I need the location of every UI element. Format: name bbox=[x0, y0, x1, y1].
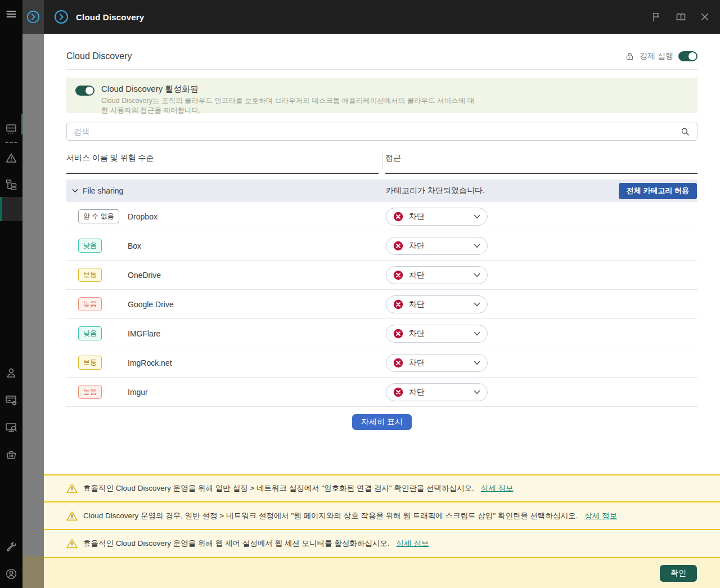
details-link[interactable]: 상세 정보 bbox=[397, 538, 429, 549]
enforce-control: 강제 실행 bbox=[625, 51, 698, 61]
allow-all-category-button[interactable]: 전체 카테고리 허용 bbox=[619, 183, 697, 199]
chevron-down-icon[interactable] bbox=[72, 188, 78, 193]
access-dropdown[interactable]: 차단 bbox=[386, 237, 488, 255]
chevron-down-icon bbox=[474, 273, 480, 277]
search-input[interactable] bbox=[74, 127, 680, 136]
app-sidebar bbox=[0, 0, 22, 588]
details-link[interactable]: 상세 정보 bbox=[481, 483, 514, 493]
access-dropdown[interactable]: 차단 bbox=[386, 354, 488, 372]
warning-banner: 효율적인 Cloud Discovery 운영을 위해 일반 설정 > 네트워크… bbox=[44, 474, 720, 501]
table-row: 낮음 Box 차단 bbox=[66, 231, 698, 261]
column-service-risk: 서비스 이름 및 위험 수준 bbox=[66, 153, 379, 174]
column-divider bbox=[382, 153, 382, 169]
sidebar-item-marketplace[interactable] bbox=[0, 448, 22, 461]
show-more-button[interactable]: 자세히 표시 bbox=[352, 414, 412, 430]
enabled-banner-title: Cloud Discovery 활성화됨 bbox=[101, 84, 477, 95]
details-link[interactable]: 상세 정보 bbox=[584, 511, 617, 521]
chevron-down-icon bbox=[474, 214, 480, 219]
warning-triangle-icon bbox=[66, 511, 78, 521]
access-dropdown[interactable]: 차단 bbox=[386, 266, 488, 284]
sidebar-separator bbox=[5, 142, 17, 143]
category-status: 카테고리가 차단되었습니다. bbox=[386, 186, 619, 196]
risk-badge: 알 수 없음 bbox=[78, 209, 119, 223]
confirm-button[interactable]: 확인 bbox=[660, 565, 697, 582]
block-icon bbox=[393, 358, 403, 368]
warning-triangle-icon bbox=[66, 538, 78, 549]
risk-badge: 보통 bbox=[78, 356, 102, 370]
enabled-banner-description: Cloud Discovery는 조직의 클라우드 인프라를 보호하며 브라우저… bbox=[101, 96, 477, 115]
access-dropdown[interactable]: 차단 bbox=[386, 295, 488, 313]
search-box bbox=[66, 123, 698, 141]
hamburger-menu-icon[interactable] bbox=[0, 8, 22, 20]
block-icon bbox=[393, 212, 403, 222]
panel-footer: 확인 bbox=[44, 557, 720, 588]
sidebar-item-selected[interactable] bbox=[0, 197, 22, 221]
service-name: Imgur bbox=[128, 388, 386, 397]
warning-banner: 효율적인 Cloud Discovery 운영을 위해 웹 제어 설정에서 웹 … bbox=[44, 529, 720, 557]
block-icon bbox=[393, 299, 403, 309]
table-row: 보통 ImgRock.net 차단 bbox=[66, 348, 698, 378]
app-rail-header bbox=[22, 0, 44, 34]
access-dropdown[interactable]: 차단 bbox=[386, 383, 488, 401]
page-title: Cloud Discovery bbox=[66, 51, 132, 61]
sidebar-item-monitoring[interactable] bbox=[0, 123, 22, 136]
table-row: 낮음 IMGFlare 차단 bbox=[66, 319, 698, 348]
chevron-down-icon bbox=[474, 331, 480, 336]
topbar: Cloud Discovery bbox=[44, 0, 720, 34]
service-name: OneDrive bbox=[128, 271, 386, 280]
table-row: 알 수 없음 Dropbox 차단 bbox=[66, 202, 698, 231]
risk-badge: 높음 bbox=[78, 385, 102, 399]
panel-spacer bbox=[44, 437, 720, 474]
window-title: Cloud Discovery bbox=[76, 12, 144, 22]
flag-icon[interactable] bbox=[651, 11, 662, 23]
chevron-down-icon bbox=[474, 361, 480, 365]
cloud-discovery-logo-icon bbox=[54, 10, 69, 24]
lock-icon bbox=[625, 52, 634, 61]
cloud-discovery-panel: Cloud Discovery 강제 실행 Cloud Discovery 활성… bbox=[44, 34, 720, 588]
service-name: IMGFlare bbox=[128, 329, 386, 338]
dimmed-footer-strip bbox=[22, 556, 44, 588]
warning-banner: Cloud Discovery 운영의 경우, 일반 설정 > 네트워크 설정에… bbox=[44, 501, 720, 529]
service-name: Google Drive bbox=[128, 300, 386, 309]
close-icon[interactable] bbox=[700, 12, 710, 22]
chevron-down-icon bbox=[474, 244, 480, 248]
column-access: 접근 bbox=[385, 153, 698, 174]
enabled-banner: Cloud Discovery 활성화됨 Cloud Discovery는 조직… bbox=[66, 78, 698, 113]
panel-header: Cloud Discovery 강제 실행 bbox=[66, 34, 698, 70]
chevron-down-icon bbox=[474, 302, 480, 307]
app-logo-icon[interactable] bbox=[26, 10, 40, 24]
warning-triangle-icon bbox=[66, 483, 78, 493]
block-icon bbox=[393, 329, 403, 339]
sidebar-item-tools[interactable] bbox=[0, 540, 22, 554]
service-name: ImgRock.net bbox=[128, 358, 386, 367]
help-book-icon[interactable] bbox=[675, 11, 687, 23]
block-icon bbox=[393, 387, 403, 397]
sidebar-item-device-settings[interactable] bbox=[0, 393, 22, 407]
enforce-toggle[interactable] bbox=[678, 51, 698, 61]
access-dropdown[interactable]: 차단 bbox=[386, 208, 488, 226]
cloud-discovery-toggle[interactable] bbox=[75, 86, 94, 96]
sidebar-item-hierarchy[interactable] bbox=[0, 178, 22, 191]
risk-badge: 낮음 bbox=[78, 239, 102, 253]
access-dropdown[interactable]: 차단 bbox=[386, 325, 488, 343]
service-name: Dropbox bbox=[128, 212, 386, 221]
risk-badge: 보통 bbox=[78, 268, 102, 282]
table-row: 높음 Imgur 차단 bbox=[66, 378, 698, 407]
sidebar-item-alerts[interactable] bbox=[0, 151, 22, 165]
sidebar-item-users[interactable] bbox=[0, 366, 22, 380]
table-row: 보통 OneDrive 차단 bbox=[66, 261, 698, 290]
service-name: Box bbox=[128, 241, 386, 250]
block-icon bbox=[393, 270, 403, 280]
sidebar-item-device-search[interactable] bbox=[0, 421, 22, 434]
category-row-file-sharing[interactable]: File sharing 카테고리가 차단되었습니다. 전체 카테고리 허용 bbox=[66, 179, 698, 202]
search-icon[interactable] bbox=[680, 127, 690, 137]
block-icon bbox=[393, 241, 403, 251]
sidebar-item-account[interactable] bbox=[0, 567, 22, 581]
category-name: File sharing bbox=[83, 186, 123, 195]
table-header: 서비스 이름 및 위험 수준 접근 bbox=[66, 153, 698, 174]
table-row: 높음 Google Drive 차단 bbox=[66, 290, 698, 319]
risk-badge: 낮음 bbox=[78, 326, 102, 340]
risk-badge: 높음 bbox=[78, 297, 102, 311]
app-rail bbox=[22, 0, 44, 588]
chevron-down-icon bbox=[474, 390, 480, 394]
